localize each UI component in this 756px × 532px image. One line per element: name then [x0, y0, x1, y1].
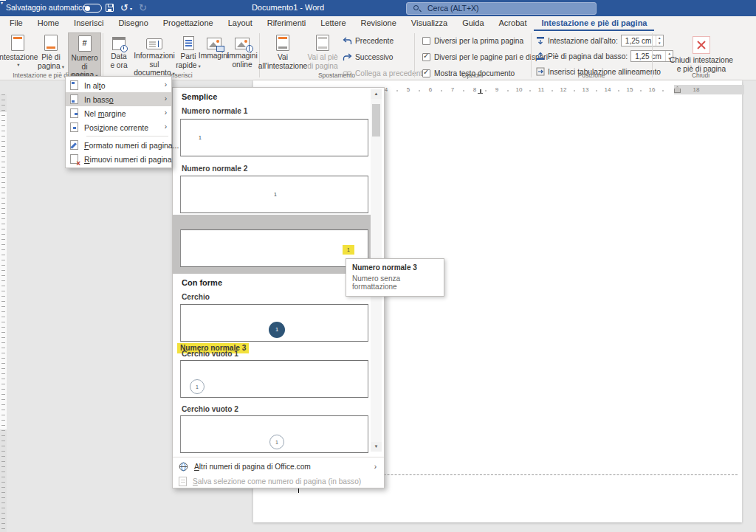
autosave-toggle[interactable]	[83, 4, 102, 13]
document-info-icon	[146, 38, 162, 49]
successivo-button[interactable]: Successivo	[343, 50, 394, 63]
number-margin-icon	[70, 108, 78, 118]
tab-riferimenti[interactable]: Riferimenti	[260, 16, 314, 31]
go-to-header-icon	[276, 35, 289, 51]
group-separator	[414, 33, 415, 77]
chevron-down-icon: ▾	[17, 62, 19, 67]
menu-item-formato-numeri[interactable]: Formato numeri di pagina...	[66, 138, 171, 152]
undo-icon[interactable]: ↺	[120, 2, 128, 14]
gallery-section-con-forme: Con forme	[182, 278, 222, 287]
salva-selezione-item: Salva selezione come numero di pagina (i…	[173, 474, 384, 488]
page-number-menu: In alto › In basso › Nel margine › Posiz…	[65, 76, 172, 168]
undo-dropdown-icon[interactable]: ▾	[130, 6, 132, 11]
ruler-number: 10	[516, 85, 523, 94]
page-number-icon: #	[78, 35, 92, 52]
page-number-preview: 1	[274, 192, 277, 197]
tab-acrobat[interactable]: Acrobat	[492, 16, 535, 31]
numero-label-1: Numero di	[69, 54, 100, 71]
menu-item-in-basso[interactable]: In basso ›	[66, 92, 171, 106]
search-icon	[413, 5, 419, 10]
center-tab-marker[interactable]	[478, 89, 483, 94]
vaiint-label-2: all'intestazione	[258, 62, 308, 71]
autosave-label: Salvataggio automatico	[6, 3, 86, 12]
date-time-icon	[112, 37, 126, 50]
scroll-up-icon[interactable]: ▲	[371, 89, 382, 99]
gallery-item-cerchio[interactable]: 1	[180, 304, 368, 342]
data-label-1: Data	[111, 52, 127, 61]
title-bar: Salvataggio automatico ↺ ▾ ↻ Documento1 …	[0, 0, 756, 16]
gallery-item-label: Cerchio	[182, 293, 210, 301]
checkbox-icon: ✓	[422, 37, 430, 45]
vertical-ruler	[0, 94, 7, 532]
gallery-item-numero-normale-2[interactable]: 1	[180, 176, 368, 213]
tab-home[interactable]: Home	[30, 16, 66, 31]
submenu-arrow-icon: ›	[374, 463, 377, 471]
word-window: Salvataggio automatico ↺ ▾ ↻ Documento1 …	[0, 0, 756, 532]
scroll-down-icon[interactable]: ▼	[371, 442, 382, 452]
tab-layout[interactable]: Layout	[221, 16, 260, 31]
tab-progettazione[interactable]: Progettazione	[156, 16, 221, 31]
submenu-arrow-icon: ›	[165, 80, 167, 89]
group-separator	[103, 33, 103, 77]
header-distance-value: 1,25 cm	[625, 37, 652, 45]
gallery-item-numero-normale-3[interactable]: Numero normale 3 1	[173, 215, 372, 274]
go-to-footer-icon	[316, 35, 329, 51]
submenu-arrow-icon: ›	[165, 108, 167, 117]
ruler-number: 9	[495, 85, 498, 94]
altri-numeri-office-item[interactable]: Altri numeri di pagina di Office.com ›	[173, 460, 384, 474]
gallery-item-cerchio-vuoto-1[interactable]: 1	[180, 360, 368, 398]
successivo-label: Successivo	[355, 53, 394, 61]
menu-item-rimuovi-numeri[interactable]: × Rimuovi numeri di pagina	[66, 152, 171, 166]
menu-item-in-alto[interactable]: In alto ›	[66, 78, 171, 92]
document-title: Documento1 - Word	[221, 3, 354, 12]
pictures-icon	[207, 38, 221, 49]
gallery-section-semplice: Semplice	[182, 92, 217, 101]
online-pictures-icon	[235, 38, 250, 49]
tab-inserisci[interactable]: Inserisci	[66, 16, 111, 31]
tab-lettere[interactable]: Lettere	[313, 16, 353, 31]
previous-icon	[343, 36, 352, 45]
tab-intestazione-e-pi-di-pagina[interactable]: Intestazione e piè di pagina	[534, 16, 654, 31]
checkmark-icon: ✓	[423, 52, 429, 60]
tab-file[interactable]: File	[2, 16, 30, 31]
header-page-icon	[11, 35, 24, 51]
menu-item-posizione-corrente[interactable]: Posizione corrente ›	[66, 120, 171, 134]
save-icon[interactable]	[106, 4, 114, 12]
group-label-chiudi: Chiudi	[653, 72, 749, 79]
footer-from-bottom-row: Piè di pagina dal basso: 1,25 cm▲▼	[536, 49, 673, 63]
search-box[interactable]	[406, 2, 597, 15]
tab-visualizza[interactable]: Visualizza	[404, 16, 455, 31]
imgonline-label-2: online	[232, 61, 252, 69]
imgonline-label-1: Immagini	[227, 52, 257, 61]
ruler-number: 18	[693, 85, 700, 94]
checkbox-prima-pagina[interactable]: ✓ Diversi per la prima pagina	[422, 35, 523, 46]
gallery-item-numero-normale-1[interactable]: 1	[180, 119, 368, 156]
gallery-item-cerchio-vuoto-2[interactable]: 1	[180, 415, 368, 453]
gallery-footer-separator	[173, 457, 384, 457]
intestazione-label: Intestazione	[0, 53, 38, 62]
ruler-number: 7	[451, 85, 454, 94]
parti-label-2: rapide▾	[176, 61, 201, 70]
outline-circle-number: 1	[190, 379, 205, 394]
page-number-preview: 1	[199, 135, 202, 140]
gallery-item-label: Numero normale 2	[182, 165, 247, 173]
next-icon	[343, 52, 352, 61]
chevron-down-icon: ▾	[199, 63, 201, 69]
number-bottom-icon	[70, 94, 78, 104]
chiudi-label-1: Chiudi intestazione	[670, 56, 733, 65]
tab-revisione[interactable]: Revisione	[354, 16, 404, 31]
ribbon-tab-row: FileHomeInserisciDisegnoProgettazioneLay…	[0, 16, 756, 31]
gallery-item-label: Cerchio vuoto 1	[182, 350, 238, 358]
scrollbar-thumb[interactable]	[372, 104, 380, 137]
ruler-number: 15	[627, 85, 633, 94]
footer-distance-label: Piè di pagina dal basso:	[548, 52, 628, 61]
filled-circle-number: 1	[269, 322, 285, 338]
group-label-opzioni: Opzioni	[415, 72, 530, 79]
precedente-button[interactable]: Precedente	[343, 34, 394, 47]
menu-item-nel-margine[interactable]: Nel margine ›	[66, 106, 171, 120]
checkbox-pari-dispari[interactable]: ✓ Diversi per le pagine pari e dispari	[422, 51, 548, 63]
tab-guida[interactable]: Guida	[455, 16, 491, 31]
tab-disegno[interactable]: Disegno	[111, 16, 155, 31]
search-input[interactable]	[426, 3, 574, 13]
chevron-down-icon: ▾	[62, 64, 64, 69]
